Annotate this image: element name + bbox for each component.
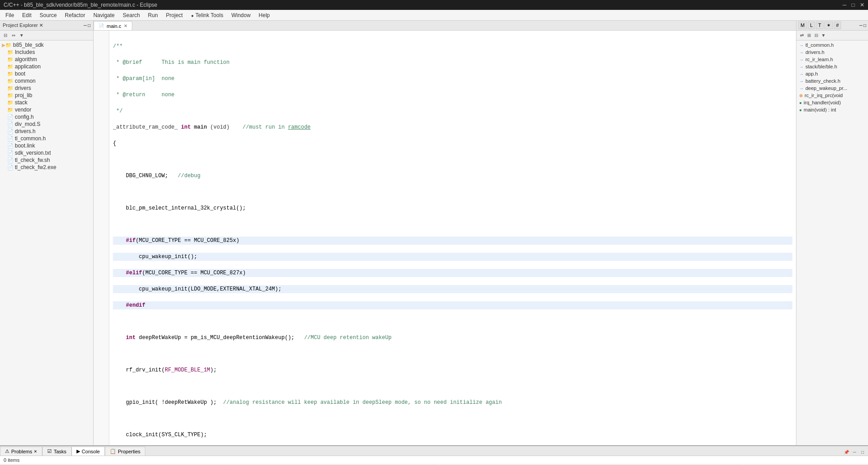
bottom-status-text: 0 items [4, 457, 19, 463]
tree-vendor-label: vendor [15, 107, 31, 113]
tree-item-vendor[interactable]: 📁 vendor [0, 106, 93, 113]
menu-source[interactable]: Source [36, 11, 60, 19]
tab-main-c-icon: 📄 [99, 23, 104, 28]
rp-min-icon[interactable]: ─ [859, 23, 863, 28]
tab-properties[interactable]: 📋 Properties [105, 447, 145, 456]
tree-item-boot[interactable]: 📁 boot [0, 70, 93, 77]
tree-common-label: common [15, 78, 36, 84]
tree-tl-check-fw-label: tl_check_fw.sh [15, 157, 50, 163]
maximize-button[interactable]: □ [851, 2, 855, 8]
pe-minimize-icon[interactable]: ─ [84, 23, 87, 28]
tl-common-h-icon: 📄 [7, 136, 13, 142]
tree-item-tl-check-fw2[interactable]: 📄 tl_check_fw2.exe [0, 164, 93, 171]
rp-func-icon-1: ⊕ [799, 93, 803, 98]
rp-sync-icon[interactable]: ⇄ [798, 32, 805, 39]
tree-item-drivers-h[interactable]: 📄 drivers.h [0, 128, 93, 135]
close-button[interactable]: ✕ [860, 2, 864, 8]
pe-collapse-icon[interactable]: ⊟ [2, 32, 9, 39]
code-content[interactable]: /** * @brief This is main function * @pa… [109, 31, 796, 445]
minimize-button[interactable]: ─ [843, 2, 847, 8]
rp-header-icon-7: → [799, 86, 804, 91]
tree-root[interactable]: ▶📁 b85_ble_sdk [0, 41, 93, 49]
rp-item-rc-ir-learn[interactable]: → rc_ir_learn.h [796, 56, 868, 63]
tab-main-c-close[interactable]: ✕ [124, 23, 127, 28]
tab-main-c[interactable]: 📄 main.c ✕ [94, 21, 132, 30]
proj-lib-folder-icon: 📁 [7, 93, 13, 98]
rp-header-icon-4: → [799, 64, 804, 69]
rp-max-icon[interactable]: □ [864, 23, 866, 28]
menu-refactor[interactable]: Refactor [61, 11, 89, 19]
menu-help[interactable]: Help [255, 11, 274, 19]
tree-item-sdk-version[interactable]: 📄 sdk_version.txt [0, 149, 93, 156]
tree-item-tl-common-h[interactable]: 📄 tl_common.h [0, 135, 93, 142]
tree-item-algorithm[interactable]: 📁 algorithm [0, 56, 93, 63]
tree-item-drivers[interactable]: 📁 drivers [0, 85, 93, 92]
rp-item-drivers[interactable]: → drivers.h [796, 49, 868, 56]
tree-item-includes[interactable]: 📁 Includes [0, 49, 93, 56]
tree-item-div-mod[interactable]: 📄 div_mod.S [0, 121, 93, 128]
tree-item-common[interactable]: 📁 common [0, 77, 93, 85]
tree-includes-label: Includes [15, 49, 35, 55]
bottom-pin-icon[interactable]: 📌 [843, 448, 850, 456]
rp-item-irq-handler[interactable]: ● irq_handler(void) [796, 99, 868, 106]
rp-item-app[interactable]: → app.h [796, 70, 868, 77]
bottom-min-icon[interactable]: ─ [851, 448, 858, 456]
code-editor[interactable]: /** * @brief This is main function * @pa… [94, 31, 796, 445]
menu-telink-tools[interactable]: ⬥ Telink Tools [187, 11, 227, 19]
tree-item-proj-lib[interactable]: 📁 proj_lib [0, 92, 93, 99]
rp-tab-l[interactable]: L [808, 22, 815, 29]
tab-tasks-label: Tasks [54, 449, 66, 454]
pe-menu-icon[interactable]: ▼ [18, 32, 25, 39]
rp-tab-m[interactable]: M [798, 22, 807, 29]
rp-collapse-icon[interactable]: ⊟ [813, 32, 820, 39]
rp-tab-hash[interactable]: # [834, 22, 841, 29]
pe-maximize-icon[interactable]: □ [88, 23, 90, 28]
rp-item-battery[interactable]: → battery_check.h [796, 77, 868, 85]
tab-console[interactable]: ▶ Console [72, 447, 105, 456]
tree-item-stack[interactable]: 📁 stack [0, 99, 93, 106]
menu-project[interactable]: Project [162, 11, 186, 19]
rp-header-icon-5: → [799, 72, 804, 76]
rp-filter-icon[interactable]: ⊞ [805, 32, 813, 39]
boot-link-icon: 📄 [7, 143, 13, 149]
menu-window[interactable]: Window [228, 11, 254, 19]
menu-edit[interactable]: Edit [18, 11, 35, 19]
bottom-area: ⚠ Problems ✕ ☑ Tasks ▶ Console 📋 Propert… [0, 445, 868, 465]
rp-item-deep-wakeup[interactable]: → deep_wakeup_pr... [796, 85, 868, 92]
rp-item-ble[interactable]: → stack/ble/ble.h [796, 63, 868, 70]
rp-tab-t[interactable]: T [816, 22, 823, 29]
tree-algorithm-label: algorithm [15, 56, 37, 63]
line-numbers [94, 31, 109, 445]
rp-menu-icon[interactable]: ▼ [820, 32, 827, 39]
pe-icons: ─ □ [84, 23, 90, 28]
rp-item-main[interactable]: ● main(void) : int [796, 106, 868, 113]
rp-label-rc-ir-learn: rc_ir_learn.h [805, 57, 833, 62]
pe-link-icon[interactable]: ⇔ [10, 32, 17, 39]
rp-func-icon-3: ● [799, 107, 802, 112]
menubar: File Edit Source Refactor Navigate Searc… [0, 10, 868, 21]
project-explorer: Project Explorer ✕ ─ □ ⊟ ⇔ ▼ ▶📁 b85_ble_… [0, 21, 94, 445]
menu-search[interactable]: Search [119, 11, 144, 19]
menu-file[interactable]: File [2, 11, 18, 19]
rp-item-tl-common[interactable]: → tl_common.h [796, 41, 868, 49]
tab-problems[interactable]: ⚠ Problems ✕ [0, 447, 42, 456]
rp-label-irq-handler: irq_handler(void) [804, 100, 841, 105]
tab-tasks[interactable]: ☑ Tasks [42, 447, 71, 456]
rp-label-tl-common: tl_common.h [805, 42, 834, 48]
menu-run[interactable]: Run [144, 11, 162, 19]
rp-tab-star[interactable]: ✶ [824, 22, 833, 29]
tab-properties-icon: 📋 [110, 448, 116, 454]
tree-item-tl-check-fw[interactable]: 📄 tl_check_fw.sh [0, 156, 93, 164]
menu-navigate[interactable]: Navigate [90, 11, 118, 19]
rp-item-rc-ir-irq[interactable]: ⊕ rc_ir_irq_prc(void [796, 92, 868, 99]
tree-item-config-h[interactable]: 📄 config.h [0, 113, 93, 121]
tab-problems-icon: ⚠ [5, 448, 9, 454]
titlebar-controls: ─ □ ✕ [843, 2, 864, 8]
bottom-max-icon[interactable]: □ [859, 448, 866, 456]
rp-label-drivers: drivers.h [805, 49, 824, 55]
tree-item-application[interactable]: 📁 application [0, 63, 93, 70]
boot-folder-icon: 📁 [7, 71, 13, 77]
tree-item-boot-link[interactable]: 📄 boot.link [0, 142, 93, 149]
rp-func-icon-2: ● [799, 100, 802, 105]
application-folder-icon: 📁 [7, 64, 13, 70]
